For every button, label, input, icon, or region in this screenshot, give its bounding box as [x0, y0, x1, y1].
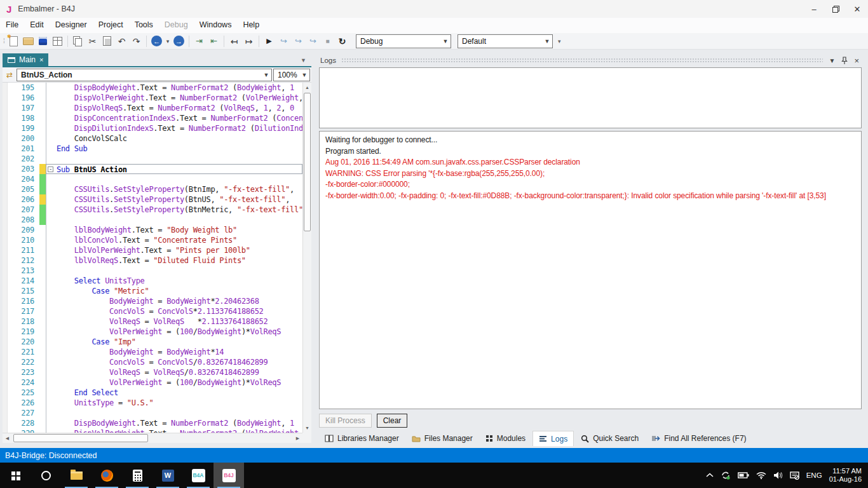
line-number[interactable]: 201: [8, 144, 39, 154]
line-number[interactable]: 200: [8, 133, 39, 144]
marker-column[interactable]: [39, 296, 46, 306]
line-number[interactable]: 218: [8, 316, 39, 327]
scroll-left-arrow-icon[interactable]: ◀: [3, 433, 12, 443]
taskbar-b4a-icon[interactable]: B4A: [183, 463, 214, 488]
pin-icon[interactable]: [841, 57, 848, 65]
battery-icon[interactable]: [738, 472, 749, 478]
marker-column[interactable]: [39, 235, 46, 245]
changed-line-marker[interactable]: [39, 164, 46, 174]
tab-logs[interactable]: Logs: [532, 431, 574, 446]
editor-zoom-combobox[interactable]: 100% ▼: [273, 69, 310, 81]
fold-collapse-icon[interactable]: -: [48, 166, 53, 172]
code-line-content[interactable]: DispDilutionIndexS.Text = NumberFormat2 …: [46, 123, 302, 133]
line-number[interactable]: 221: [8, 347, 39, 357]
line-number[interactable]: 217: [8, 306, 39, 316]
line-number[interactable]: 209: [8, 225, 39, 235]
tab-main[interactable]: Main ×: [3, 53, 48, 66]
line-number[interactable]: 219: [8, 327, 39, 337]
taskbar-calculator-icon[interactable]: [122, 463, 153, 488]
minimize-button[interactable]: –: [803, 0, 825, 18]
step-into-icon[interactable]: ↪: [291, 34, 306, 48]
taskbar-explorer-icon[interactable]: [61, 463, 92, 488]
marker-column[interactable]: [39, 316, 46, 327]
language-indicator[interactable]: ENG: [806, 471, 822, 479]
code-line-content[interactable]: UnitsType = "U.S.": [46, 398, 302, 408]
horizontal-scroll-thumb[interactable]: [13, 434, 148, 442]
tab-modules[interactable]: Modules: [480, 431, 531, 446]
taskbar-b4j-icon[interactable]: B4J: [214, 463, 244, 488]
changed-line-marker[interactable]: [39, 205, 46, 215]
code-text-area[interactable]: 195 DispBodyWeight.Text = NumberFormat2 …: [3, 83, 302, 433]
line-number[interactable]: 204: [8, 174, 39, 184]
navigate-back-icon[interactable]: ←: [151, 36, 162, 46]
code-line-content[interactable]: ConcVolS = ConcVolS*2.1133764188652: [46, 306, 302, 316]
line-number[interactable]: 205: [8, 184, 39, 194]
code-line-content[interactable]: DispVolPerWeight.Text = NumberFormat2 (V…: [46, 93, 302, 103]
editor-horizontal-scrollbar[interactable]: ◀ ▶: [3, 433, 302, 443]
code-line-content[interactable]: CSSUtils.SetStyleProperty(BtnMetric, "-f…: [46, 205, 302, 215]
code-line-content[interactable]: lblConcVol.Text = "Concentrate Pints": [46, 235, 302, 245]
marker-column[interactable]: [39, 347, 46, 357]
panel-drag-handle[interactable]: [341, 58, 823, 63]
volume-icon[interactable]: [773, 471, 783, 479]
changed-line-marker[interactable]: [39, 174, 46, 184]
tray-chevron-up-icon[interactable]: [706, 473, 714, 478]
scroll-up-arrow-icon[interactable]: ▲: [303, 83, 311, 92]
tab-quick-search[interactable]: Quick Search: [575, 431, 644, 446]
code-line-content[interactable]: DispVolReqS.Text = NumberFormat2 (VolReq…: [46, 103, 302, 113]
build-configuration-combobox[interactable]: Default ▼: [458, 34, 553, 48]
restart-icon[interactable]: ↻: [335, 34, 349, 48]
code-line-content[interactable]: DispConcentrationIndexS.Text = NumberFor…: [46, 113, 302, 123]
line-number[interactable]: 227: [8, 408, 39, 418]
code-line-content[interactable]: BodyWeight = BodyWeight*14: [46, 347, 302, 357]
sync-status-icon[interactable]: [721, 471, 731, 480]
copy-icon[interactable]: [71, 34, 85, 48]
line-number[interactable]: 198: [8, 113, 39, 123]
tab-libraries-manager[interactable]: Libraries Manager: [319, 431, 405, 446]
code-line-content[interactable]: lblVolReqS.Text = "Diluted Fluid Pints": [46, 255, 302, 266]
code-line-content[interactable]: BodyWeight = BodyWeight*2.20462368: [46, 296, 302, 306]
code-line-content[interactable]: Case "Imp": [46, 337, 302, 347]
log-filter-box[interactable]: [319, 67, 862, 128]
marker-column[interactable]: [39, 93, 46, 103]
code-line-content[interactable]: VolReqS = VolReqS *2.1133764188652: [46, 316, 302, 327]
line-number[interactable]: 229: [8, 428, 39, 433]
marker-column[interactable]: [39, 337, 46, 347]
clear-logs-button[interactable]: Clear: [377, 414, 408, 428]
code-line-content[interactable]: VolReqS = VolReqS/0.83267418462899: [46, 367, 302, 377]
marker-column[interactable]: [39, 113, 46, 123]
log-output-box[interactable]: Waiting for debugger to connect...Progra…: [319, 131, 862, 409]
tab-list-caret-icon[interactable]: ▼: [301, 57, 311, 66]
menu-designer[interactable]: Designer: [50, 18, 93, 33]
menu-windows[interactable]: Windows: [194, 18, 238, 33]
code-line-content[interactable]: -Sub BtnUS_Action: [46, 164, 302, 174]
marker-column[interactable]: [39, 286, 46, 296]
code-line-content[interactable]: lblBodyWeight.Text = "Body Weight lb": [46, 225, 302, 235]
code-line-content[interactable]: End Sub: [46, 144, 302, 154]
menu-debug[interactable]: Debug: [159, 18, 194, 33]
toolbar-grip-icon[interactable]: ⁞: [1, 37, 6, 44]
undo-icon[interactable]: ↶: [114, 34, 129, 48]
line-number[interactable]: 220: [8, 337, 39, 347]
scroll-down-arrow-icon[interactable]: ▼: [303, 423, 311, 433]
new-project-icon[interactable]: [6, 34, 21, 48]
stop-icon[interactable]: ■: [320, 34, 335, 48]
marker-column[interactable]: [39, 377, 46, 388]
code-line-content[interactable]: ConcVolSCalc: [46, 133, 302, 144]
line-number[interactable]: 222: [8, 357, 39, 367]
line-number[interactable]: 197: [8, 103, 39, 113]
line-number[interactable]: 214: [8, 276, 39, 286]
marker-column[interactable]: [39, 83, 46, 93]
marker-column[interactable]: [39, 133, 46, 144]
tab-find-all-references-f7-[interactable]: Find All References (F7): [646, 431, 752, 446]
menu-project[interactable]: Project: [93, 18, 129, 33]
code-line-content[interactable]: Case "Metric": [46, 286, 302, 296]
restore-button[interactable]: [825, 0, 846, 18]
marker-column[interactable]: [39, 255, 46, 266]
code-line-content[interactable]: CSSUtils.SetStyleProperty(BtnImp, "-fx-t…: [46, 184, 302, 194]
step-over-icon[interactable]: ↪: [306, 34, 320, 48]
taskbar-cortana-icon[interactable]: [31, 463, 61, 488]
taskbar-word-icon[interactable]: W: [153, 463, 183, 488]
wifi-icon[interactable]: [756, 471, 766, 479]
line-number[interactable]: 216: [8, 296, 39, 306]
